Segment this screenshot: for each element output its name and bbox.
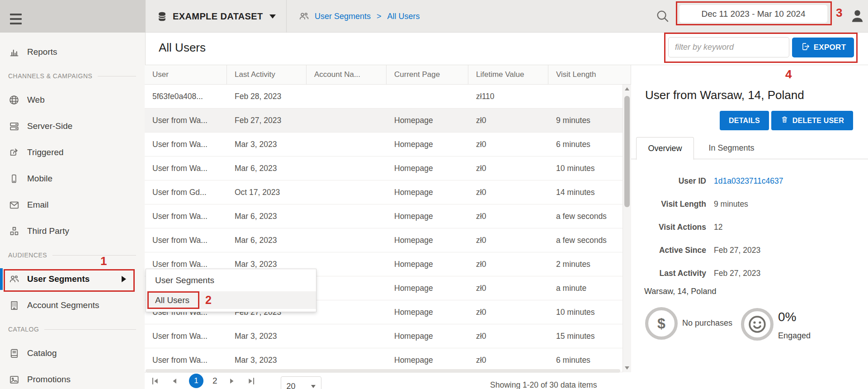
column-header-current-page[interactable]: Current Page bbox=[387, 65, 468, 85]
user-id-link[interactable]: 1d1a0323711c4637 bbox=[714, 176, 783, 186]
table-row[interactable]: User from Wa...Mar 6, 2023Homepagezł0a f… bbox=[145, 228, 631, 252]
users-icon bbox=[8, 273, 20, 285]
page-next-button[interactable] bbox=[226, 376, 237, 386]
dataset-selector[interactable]: EXAMPLE DATASET bbox=[156, 0, 276, 33]
popup-item-label: User Segments bbox=[155, 275, 214, 285]
table-row[interactable]: User from Wa...Mar 3, 2023Homepagezł06 m… bbox=[145, 133, 631, 157]
sidebar-item-triggered[interactable]: Triggered bbox=[0, 139, 145, 166]
column-header-account-na[interactable]: Account Na... bbox=[307, 65, 387, 85]
cell-visit_length: a minute bbox=[548, 276, 631, 300]
table-row[interactable]: User from Wa...Feb 27, 2023Homepagezł09 … bbox=[145, 109, 631, 133]
cell-current_page: Homepage bbox=[387, 276, 468, 300]
divider bbox=[52, 255, 136, 256]
table-header-row: UserLast ActivityAccount Na...Current Pa… bbox=[145, 65, 631, 85]
cell-user: User from Wa... bbox=[145, 204, 227, 228]
sidebar-item-server-side[interactable]: Server-Side bbox=[0, 113, 145, 139]
page-title: All Users bbox=[159, 41, 206, 55]
cell-last_activity: Mar 3, 2023 bbox=[227, 133, 307, 156]
tab-overview[interactable]: Overview bbox=[636, 137, 694, 160]
cell-account_name bbox=[307, 180, 387, 204]
smiley-circle-icon bbox=[741, 308, 774, 341]
scroll-up-icon[interactable] bbox=[625, 87, 629, 90]
cell-lifetime_value: zł0 bbox=[468, 109, 548, 132]
sidebar-item-web[interactable]: Web bbox=[0, 87, 145, 113]
breadcrumb-user-segments[interactable]: User Segments bbox=[315, 12, 371, 21]
export-button[interactable]: EXPORT bbox=[792, 38, 854, 57]
chevron-down-icon bbox=[311, 385, 316, 388]
page-prev-button[interactable] bbox=[170, 376, 180, 386]
field-label: Visit Actions bbox=[631, 223, 706, 232]
annotation-number-2: 2 bbox=[205, 294, 212, 307]
page-button-1[interactable]: 1 bbox=[189, 374, 203, 388]
page-first-button[interactable] bbox=[150, 376, 160, 386]
sidebar-item-label: Catalog bbox=[27, 348, 57, 358]
sidebar-item-label: Reports bbox=[27, 47, 57, 57]
horizontal-scrollbar[interactable] bbox=[146, 369, 620, 373]
cell-current_page: Homepage bbox=[387, 157, 468, 180]
cell-visit_length: 10 minutes bbox=[548, 157, 631, 180]
page-size-select[interactable]: 20 bbox=[281, 376, 321, 389]
delete-user-button[interactable]: DELETE USER bbox=[771, 111, 853, 130]
sidebar-section-audiences: AUDIENCES bbox=[0, 244, 145, 266]
column-header-visit-length[interactable]: Visit Length bbox=[548, 65, 631, 85]
sidebar-item-label: User Segments bbox=[27, 274, 90, 284]
cell-lifetime_value: zł0 bbox=[468, 204, 548, 228]
cell-account_name bbox=[307, 133, 387, 156]
cell-current_page: Homepage bbox=[387, 228, 468, 252]
sidebar-item-label: Email bbox=[27, 200, 49, 210]
table-row[interactable]: User from Wa...Mar 3, 2023Homepagezł015 … bbox=[145, 324, 631, 348]
sidebar-header bbox=[0, 0, 146, 33]
cell-account_name bbox=[307, 276, 387, 300]
field-label: Last Activity bbox=[631, 269, 706, 278]
divider bbox=[44, 329, 136, 330]
table-row[interactable]: User from Wa...Mar 6, 2023Homepagezł0a f… bbox=[145, 204, 631, 228]
details-button[interactable]: DETAILS bbox=[720, 111, 769, 130]
field-row-visit-actions: Visit Actions12 bbox=[631, 216, 868, 239]
sidebar-item-catalog[interactable]: Catalog bbox=[0, 340, 145, 366]
user-detail-title: User from Warsaw, 14, Poland bbox=[645, 88, 804, 102]
sidebar-item-third-party[interactable]: Third Party bbox=[0, 218, 145, 244]
user-account-icon[interactable] bbox=[849, 8, 866, 26]
users-table: UserLast ActivityAccount Na...Current Pa… bbox=[145, 65, 631, 372]
search-icon[interactable] bbox=[655, 9, 670, 25]
cell-lifetime_value: zł0 bbox=[468, 180, 548, 204]
cell-user: 5f63fe0a408... bbox=[145, 85, 227, 108]
vertical-scrollbar[interactable] bbox=[623, 85, 631, 372]
cell-user: User from Wa... bbox=[145, 228, 227, 252]
dataset-selector-label: EXAMPLE DATASET bbox=[173, 11, 263, 22]
top-bar: EXAMPLE DATASET User Segments > All User… bbox=[0, 0, 868, 33]
popup-item-user-segments[interactable]: User Segments bbox=[146, 269, 316, 291]
page-button-2[interactable]: 2 bbox=[212, 376, 217, 386]
tab-in-segments[interactable]: In Segments bbox=[704, 137, 759, 159]
column-header-last-activity[interactable]: Last Activity bbox=[227, 65, 307, 85]
cell-account_name bbox=[307, 348, 387, 372]
popup-item-all-users[interactable]: All Users2 bbox=[146, 291, 316, 309]
field-row-user-id: User ID1d1a0323711c4637 bbox=[631, 170, 868, 193]
cell-last_activity: Oct 17, 2023 bbox=[227, 180, 307, 204]
cell-lifetime_value: zł0 bbox=[468, 252, 548, 276]
table-row[interactable]: 5f63fe0a408...Feb 28, 2023zł110 bbox=[145, 85, 631, 109]
globe-icon bbox=[8, 94, 20, 106]
table-row[interactable]: User from Wa...Mar 6, 2023Homepagezł010 … bbox=[145, 157, 631, 180]
hamburger-menu-icon[interactable] bbox=[10, 14, 22, 24]
sidebar-item-account-segments[interactable]: Account Segments bbox=[0, 292, 145, 318]
column-header-lifetime-value[interactable]: Lifetime Value bbox=[468, 65, 548, 85]
sidebar-item-user-segments[interactable]: User Segments1 bbox=[0, 266, 145, 292]
filter-keyword-input[interactable] bbox=[668, 37, 789, 57]
scroll-down-icon[interactable] bbox=[625, 366, 629, 370]
cell-user: User from Wa... bbox=[145, 133, 227, 156]
cell-user: User from Wa... bbox=[145, 324, 227, 348]
date-range-picker[interactable]: Dec 11 2023 - Mar 10 2024 bbox=[679, 5, 827, 23]
sidebar-item-promotions[interactable]: Promotions bbox=[0, 366, 145, 389]
scrollbar-thumb[interactable] bbox=[624, 96, 630, 207]
sidebar-item-mobile[interactable]: Mobile bbox=[0, 166, 145, 192]
page-last-button[interactable] bbox=[246, 376, 256, 386]
sidebar-item-reports[interactable]: Reports bbox=[0, 39, 145, 65]
cell-lifetime_value: zł0 bbox=[468, 300, 548, 324]
table-row[interactable]: User from Gd...Oct 17, 2023Homepagezł014… bbox=[145, 180, 631, 204]
section-label: CATALOG bbox=[8, 326, 39, 333]
breadcrumb-all-users[interactable]: All Users bbox=[387, 12, 420, 21]
column-header-user[interactable]: User bbox=[145, 65, 227, 85]
sidebar-item-email[interactable]: Email bbox=[0, 192, 145, 218]
cell-account_name bbox=[307, 204, 387, 228]
